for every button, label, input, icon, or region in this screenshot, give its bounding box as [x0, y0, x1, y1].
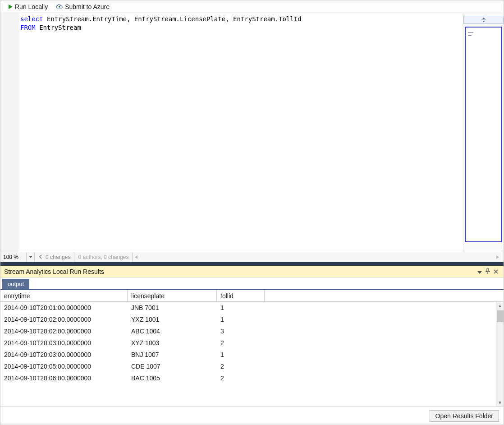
editor-toolbar: Run Locally Submit to Azure	[0, 0, 504, 13]
run-locally-button[interactable]: Run Locally	[5, 2, 50, 11]
cell-tollid: 1	[217, 351, 265, 358]
changes-indicator[interactable]: 0 changes	[35, 252, 74, 262]
changes-count-label: 0 changes	[46, 254, 70, 260]
code-editor[interactable]: select EntryStream.EntryTime, EntryStrea…	[19, 13, 463, 252]
tab-output[interactable]: output	[2, 279, 29, 289]
cell-entrytime: 2014-09-10T20:02:00.0000000	[0, 316, 128, 323]
scroll-up-arrow-icon[interactable]: ▲	[496, 302, 504, 310]
cell-tollid: 3	[217, 328, 265, 335]
play-icon	[8, 4, 13, 9]
table-row[interactable]: 2014-09-10T20:06:00.0000000 BAC 1005 2	[0, 372, 504, 384]
cell-entrytime: 2014-09-10T20:02:00.0000000	[0, 328, 128, 335]
editor-status-strip: 100 % 0 changes 0 authors, 0 changes	[0, 252, 504, 262]
results-panel-header: Stream Analytics Local Run Results	[0, 266, 504, 277]
cell-licenseplate: CDE 1007	[128, 363, 217, 370]
table-row[interactable]: 2014-09-10T20:03:00.0000000 BNJ 1007 1	[0, 349, 504, 360]
column-header-licenseplate[interactable]: licenseplate	[128, 290, 217, 301]
pin-icon[interactable]	[484, 268, 492, 275]
table-row[interactable]: 2014-09-10T20:03:00.0000000 XYZ 1003 2	[0, 337, 504, 349]
editor-minimap[interactable]: ▬▬▬ ▬▬	[463, 13, 504, 252]
minimap-preview: ▬▬▬ ▬▬	[468, 31, 473, 37]
cell-tollid: 1	[217, 316, 265, 323]
code-line1-rest: EntryStream.EntryTime, EntryStream.Licen…	[43, 15, 302, 23]
column-header-entrytime[interactable]: entrytime	[0, 290, 128, 301]
scrollbar-thumb[interactable]	[497, 310, 504, 322]
svg-marker-4	[496, 255, 499, 259]
scroll-left-arrow[interactable]	[133, 252, 140, 262]
code-line2-rest: EntryStream	[36, 24, 81, 31]
cell-entrytime: 2014-09-10T20:06:00.0000000	[0, 374, 128, 382]
svg-marker-3	[135, 255, 137, 259]
zoom-level[interactable]: 100 %	[0, 252, 27, 262]
cell-tollid: 2	[217, 374, 265, 382]
table-row[interactable]: 2014-09-10T20:02:00.0000000 ABC 1004 3	[0, 325, 504, 337]
cell-tollid: 2	[217, 339, 265, 346]
results-tabs: output	[0, 277, 504, 290]
cell-entrytime: 2014-09-10T20:05:00.0000000	[0, 363, 128, 370]
zoom-dropdown[interactable]	[27, 252, 35, 262]
cell-tollid: 2	[217, 363, 265, 370]
split-handle[interactable]	[463, 16, 504, 24]
submit-to-azure-label: Submit to Azure	[65, 3, 110, 10]
cell-licenseplate: BNJ 1007	[128, 351, 217, 358]
cell-licenseplate: YXZ 1001	[128, 316, 217, 323]
svg-marker-2	[29, 256, 32, 258]
panel-options-icon[interactable]	[476, 268, 484, 275]
editor-gutter	[0, 13, 19, 252]
scroll-down-arrow-icon[interactable]: ▼	[496, 399, 504, 407]
submit-to-azure-button[interactable]: Submit to Azure	[53, 2, 112, 11]
cell-entrytime: 2014-09-10T20:03:00.0000000	[0, 351, 128, 358]
cell-entrytime: 2014-09-10T20:03:00.0000000	[0, 339, 128, 346]
cell-licenseplate: JNB 7001	[128, 304, 217, 311]
table-row[interactable]: 2014-09-10T20:01:00.0000000 JNB 7001 1	[0, 302, 504, 314]
cloud-upload-icon	[56, 4, 63, 9]
open-results-folder-button[interactable]: Open Results Folder	[430, 410, 499, 422]
vertical-scrollbar[interactable]: ▲ ▼	[496, 302, 504, 407]
table-row[interactable]: 2014-09-10T20:05:00.0000000 CDE 1007 2	[0, 360, 504, 372]
cell-licenseplate: BAC 1005	[128, 374, 217, 382]
grid-body: 2014-09-10T20:01:00.0000000 JNB 7001 1 2…	[0, 302, 504, 407]
chevron-left-icon	[38, 254, 43, 260]
scroll-right-arrow[interactable]	[496, 254, 504, 260]
column-header-tollid[interactable]: tollid	[217, 290, 265, 301]
code-editor-area: select EntryStream.EntryTime, EntryStrea…	[0, 13, 504, 252]
cell-licenseplate: XYZ 1003	[128, 339, 217, 346]
cell-tollid: 1	[217, 304, 265, 311]
panel-separator	[0, 262, 504, 266]
svg-marker-5	[477, 271, 482, 274]
run-locally-label: Run Locally	[15, 3, 48, 10]
table-row[interactable]: 2014-09-10T20:02:00.0000000 YXZ 1001 1	[0, 314, 504, 325]
cell-licenseplate: ABC 1004	[128, 328, 217, 335]
results-grid: entrytime licenseplate tollid 2014-09-10…	[0, 290, 504, 407]
keyword-from: FROM	[20, 24, 36, 31]
grid-header-row: entrytime licenseplate tollid	[0, 290, 504, 302]
keyword-select: select	[20, 15, 43, 23]
minimap-viewport[interactable]	[465, 27, 502, 242]
authors-indicator[interactable]: 0 authors, 0 changes	[74, 252, 133, 262]
close-icon[interactable]	[492, 268, 500, 275]
results-footer: Open Results Folder	[0, 407, 504, 425]
results-panel-title: Stream Analytics Local Run Results	[4, 268, 476, 275]
cell-entrytime: 2014-09-10T20:01:00.0000000	[0, 304, 128, 311]
svg-marker-0	[9, 5, 13, 9]
